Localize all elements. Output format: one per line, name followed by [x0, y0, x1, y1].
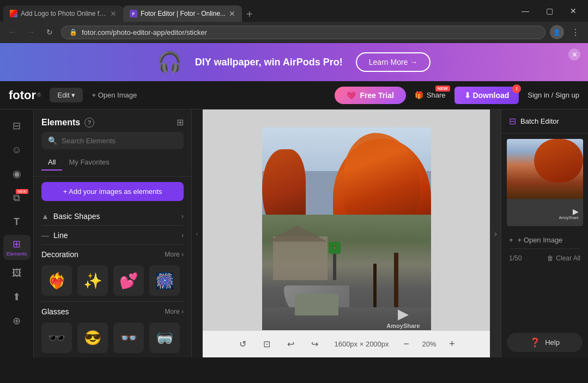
- batch-editor-button[interactable]: ⊟ Batch Editor: [501, 110, 588, 133]
- search-box[interactable]: 🔍: [41, 132, 184, 149]
- tab-2[interactable]: F Fotor Editor | Fotor - Online... ✕: [123, 5, 242, 22]
- decoration-more-button[interactable]: More ›: [165, 251, 184, 258]
- sidebar-item-filters[interactable]: ⊟: [4, 115, 29, 137]
- panel-content: ▲ Basic Shapes › — Line ›: [34, 206, 191, 357]
- basic-shapes-header[interactable]: ▲ Basic Shapes ›: [34, 206, 191, 225]
- sidebar-item-more[interactable]: ⊕: [4, 310, 29, 332]
- glasses-item-1[interactable]: 🕶️: [41, 323, 72, 353]
- canvas-area: 🚦 ▶ AmoyShare ↺ ⊡ ↩ ↪ 1600px × 2000px − …: [203, 110, 490, 357]
- learn-more-button[interactable]: Learn More →: [356, 52, 431, 72]
- promo-banner: 🎧 DIY wallpaper, win AirPods Pro! Learn …: [0, 43, 588, 81]
- forward-button[interactable]: →: [24, 25, 38, 39]
- add-elements-button[interactable]: + Add your images as elements: [41, 182, 184, 201]
- search-input[interactable]: [62, 137, 177, 145]
- icon-sidebar: ⊟ ☺ ◉ ⧉NEW T ⊞ Elements 🖼 ⬆ ⊕: [0, 110, 34, 357]
- clear-all-button[interactable]: 🗑 Clear All: [547, 254, 580, 262]
- window-minimize-button[interactable]: —: [514, 3, 537, 19]
- refresh-button[interactable]: ↻: [43, 25, 57, 39]
- edit-dropdown-button[interactable]: Edit ▾: [50, 88, 83, 102]
- browser-settings-icon[interactable]: ⋮: [568, 25, 583, 39]
- thumbnail-watermark: ▶ AmoyShare: [559, 207, 579, 220]
- window-close-button[interactable]: ✕: [562, 3, 585, 19]
- download-button[interactable]: ⬇ ⬇ DownloadDownload !: [454, 87, 519, 104]
- open-image-right-label: + Open Image: [518, 236, 563, 244]
- decoration-section: Decoration More › ❤️‍🔥 ✨ 💕 🎆: [34, 245, 191, 301]
- redo-button[interactable]: ↪: [306, 336, 323, 353]
- trash-icon: 🗑: [547, 254, 554, 262]
- panel-collapse-handle[interactable]: ‹: [192, 110, 203, 357]
- zoom-out-button[interactable]: −: [400, 338, 413, 351]
- logo-sup: ®: [37, 92, 41, 98]
- zoom-in-button[interactable]: +: [446, 338, 459, 351]
- batch-editor-icon: ⊟: [509, 116, 516, 126]
- sidebar-item-upload[interactable]: ⬆: [4, 286, 29, 308]
- address-text: fotor.com/photo-editor-app/editor/sticke…: [82, 28, 537, 37]
- panel-help-icon[interactable]: ?: [84, 118, 94, 127]
- elements-panel: Elements ? ⊞ 🔍 All My Favorites + Add yo…: [34, 110, 192, 357]
- sidebar-item-effects[interactable]: ◉: [4, 163, 29, 185]
- crop-tool-button[interactable]: ⊡: [258, 336, 275, 353]
- airpods-icon: 🎧: [157, 51, 182, 74]
- sidebar-item-photos[interactable]: 🖼: [4, 262, 29, 284]
- line-header[interactable]: — Line ›: [34, 226, 191, 244]
- download-icon: ⬇: [464, 91, 473, 100]
- open-image-button[interactable]: + Open Image: [92, 91, 137, 99]
- sidebar-item-layers[interactable]: ⧉NEW: [4, 187, 29, 209]
- tab-all[interactable]: All: [41, 155, 62, 171]
- sidebar-item-text[interactable]: T: [4, 211, 29, 233]
- banner-close-button[interactable]: ✕: [568, 48, 580, 60]
- sidebar-item-elements[interactable]: ⊞ Elements: [3, 235, 31, 260]
- glasses-header: Glasses More ›: [34, 302, 191, 319]
- window-maximize-button[interactable]: ▢: [538, 3, 561, 19]
- fotor-logo: fotor ®: [9, 88, 41, 102]
- glasses-item-3[interactable]: 👓: [113, 323, 144, 353]
- share-button[interactable]: 🎁 Share NEW: [415, 91, 446, 99]
- glasses-item-2[interactable]: 😎: [77, 323, 108, 353]
- sticker-item-3[interactable]: 💕: [113, 265, 144, 296]
- line-icon: —: [41, 231, 49, 240]
- glasses-more-button[interactable]: More ›: [165, 308, 184, 315]
- image-thumbnail: ▶ AmoyShare: [507, 139, 583, 226]
- batch-editor-label: Batch Editor: [520, 117, 559, 125]
- tabs-row: All My Favorites: [34, 155, 191, 177]
- back-button[interactable]: ←: [5, 25, 20, 39]
- grid-view-icon[interactable]: ⊞: [177, 117, 184, 127]
- share-icon: 🎁: [415, 91, 423, 99]
- rotate-tool-button[interactable]: ↺: [234, 336, 251, 353]
- clear-all-label: Clear All: [556, 254, 580, 262]
- canvas-toolbar: ↺ ⊡ ↩ ↪ 1600px × 2000px − 20% +: [203, 330, 490, 357]
- right-panel-toggle[interactable]: ›: [490, 110, 501, 357]
- tab1-close-icon[interactable]: ✕: [110, 9, 117, 18]
- basic-shapes-arrow-icon: ›: [181, 212, 184, 220]
- basic-shapes-title: ▲ Basic Shapes: [41, 212, 100, 221]
- sticker-item-2[interactable]: ✨: [77, 265, 108, 296]
- canvas-image: 🚦 ▶ AmoyShare: [262, 127, 431, 340]
- tab1-favicon: [10, 10, 17, 17]
- open-image-right-button[interactable]: + + Open Image: [501, 232, 588, 248]
- line-title: — Line: [41, 231, 68, 240]
- address-bar[interactable]: 🔒 fotor.com/photo-editor-app/editor/stic…: [61, 26, 545, 39]
- free-trial-button[interactable]: 💗 Free Trial: [335, 87, 406, 104]
- lock-icon: 🔒: [69, 28, 77, 36]
- new-tab-button[interactable]: +: [242, 7, 257, 22]
- right-panel: ⊟ Batch Editor ▶ AmoyShare + + Open Imag…: [501, 110, 588, 357]
- watermark-text: AmoyShare: [386, 323, 420, 329]
- sticker-item-1[interactable]: ❤️‍🔥: [41, 265, 72, 296]
- profile-button[interactable]: 👤: [550, 25, 564, 39]
- basic-shapes-icon: ▲: [41, 212, 49, 221]
- help-button[interactable]: ❓ Help: [507, 333, 583, 352]
- app-header: fotor ® Edit ▾ + Open Image 💗 Free Trial…: [0, 81, 588, 110]
- tab2-close-icon[interactable]: ✕: [229, 9, 235, 18]
- tab-1[interactable]: Add Logo to Photo Online for... ✕: [3, 5, 123, 22]
- signin-button[interactable]: Sign in / Sign up: [528, 91, 579, 99]
- app-body: ⊟ ☺ ◉ ⧉NEW T ⊞ Elements 🖼 ⬆ ⊕ Elements ?…: [0, 110, 588, 357]
- elements-label: Elements: [7, 251, 27, 257]
- sidebar-item-portrait[interactable]: ☺: [4, 139, 29, 161]
- canvas-size-label: 1600px × 2000px: [334, 340, 389, 348]
- banner-text: DIY wallpaper, win AirPods Pro!: [195, 57, 343, 68]
- decoration-title: Decoration: [41, 250, 78, 259]
- tab-favorites[interactable]: My Favorites: [62, 155, 116, 171]
- sticker-item-4[interactable]: 🎆: [149, 265, 180, 296]
- glasses-item-4[interactable]: 🥽: [149, 323, 180, 353]
- undo-button[interactable]: ↩: [282, 336, 299, 353]
